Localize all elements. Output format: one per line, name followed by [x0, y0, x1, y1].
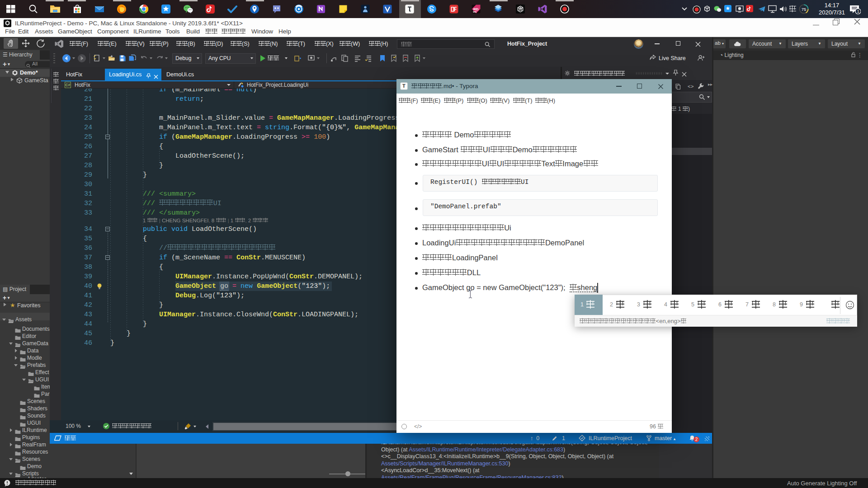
svg-text:RD: RD	[473, 7, 479, 11]
svg-text:75: 75	[802, 7, 807, 12]
svg-text:1: 1	[857, 9, 859, 14]
